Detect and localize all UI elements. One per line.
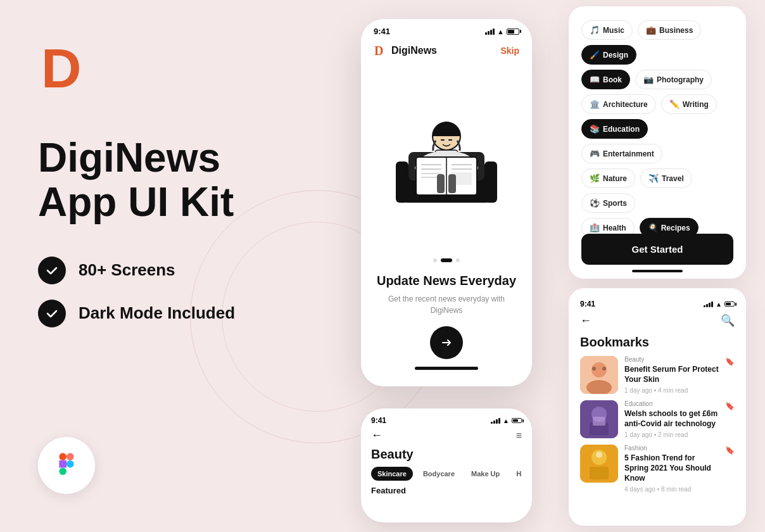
- onboarding-title: Update News Everyday: [376, 274, 517, 288]
- cat-health-label: Health: [603, 224, 626, 232]
- check-icon-darkmode: [38, 300, 66, 327]
- battery-icon: [507, 28, 519, 35]
- bm-cat-fashion: Fashion: [624, 445, 719, 452]
- bm-article-fashion: Fashion 5 Fashion Trend for Spring 2021 …: [580, 445, 735, 493]
- signal-icon-2: [491, 418, 500, 424]
- svg-rect-25: [448, 174, 456, 193]
- cat-entertainment-label: Entertainment: [603, 149, 654, 158]
- cat-sports[interactable]: ⚽ Sports: [581, 193, 635, 213]
- categories-grid: 🎵 Music 💼 Business 🖌️ Design 📖 Book 📷 Ph…: [581, 20, 733, 262]
- tab-haircare[interactable]: Hair Ca: [510, 467, 522, 481]
- bookmark-icon-education[interactable]: 🔖: [725, 402, 735, 410]
- bm-search-button[interactable]: 🔍: [721, 314, 735, 327]
- bm-title-fashion: 5 Fashion Trend for Spring 2021 You Shou…: [624, 453, 719, 483]
- cat-row-1: 🎵 Music 💼 Business 🖌️ Design: [581, 20, 733, 65]
- bm-meta-education: 1 day ago • 2 min read: [624, 431, 719, 438]
- bm-img-beauty: [580, 356, 618, 394]
- cat-nature[interactable]: 🌿 Nature: [581, 168, 635, 188]
- cat-business[interactable]: 💼 Business: [638, 20, 701, 40]
- battery-icon-bm: [724, 301, 735, 307]
- bookmark-icon-fashion[interactable]: 🔖: [725, 446, 735, 455]
- bm-nav: ← 🔍: [580, 314, 735, 327]
- svg-text:D: D: [41, 38, 82, 95]
- cat-row-4: 📚 Education 🎮 Entertainment: [581, 119, 733, 163]
- wifi-icon-bm: ▲: [716, 301, 722, 308]
- cat-writing[interactable]: ✏️ Writing: [661, 94, 717, 114]
- cat-row-2: 📖 Book 📷 Photography: [581, 70, 733, 89]
- svg-point-5: [66, 460, 74, 468]
- music-emoji: 🎵: [590, 25, 600, 35]
- svg-point-30: [602, 367, 606, 370]
- cat-book[interactable]: 📖 Book: [581, 70, 630, 89]
- wifi-icon: ▲: [497, 28, 504, 35]
- bookmarks-panel: 9:41 ▲ ← 🔍 Bookmarks: [569, 288, 746, 526]
- app-logo: D DigiNews: [374, 44, 437, 58]
- phone-onboarding: 9:41 ▲ D DigiNews Skip: [361, 19, 532, 386]
- status-bar-2: 9:41 ▲: [371, 416, 522, 429]
- bm-info-beauty: Beauty Benefit Serum For Protect Your Sk…: [624, 356, 719, 394]
- cat-entertainment[interactable]: 🎮 Entertainment: [581, 144, 662, 163]
- left-section: D DigiNews App UI Kit 80+ Screens Dark M…: [38, 38, 329, 343]
- wifi-icon-2: ▲: [503, 417, 509, 424]
- bm-cat-education: Education: [624, 400, 719, 407]
- next-button[interactable]: [430, 326, 463, 359]
- svg-point-38: [596, 452, 602, 458]
- cat-music-label: Music: [603, 26, 624, 35]
- signal-icon-bm: [704, 301, 713, 307]
- bm-title-education: Welsh schools to get £6m anti-Covid air …: [624, 409, 719, 429]
- cat-design-label: Design: [603, 51, 628, 60]
- svg-rect-3: [59, 460, 66, 468]
- bm-img-education: [580, 400, 618, 438]
- feature-screens: 80+ Screens: [38, 256, 329, 284]
- cat-architecture[interactable]: 🏛️ Architecture: [581, 94, 656, 114]
- bm-article-education: Education Welsh schools to get £6m anti-…: [580, 400, 735, 438]
- cat-row-5: 🌿 Nature ✈️ Travel ⚽ Sports: [581, 168, 733, 213]
- bm-back-button[interactable]: ←: [580, 314, 591, 327]
- tab-skincare[interactable]: Skincare: [371, 467, 413, 481]
- cat-writing-label: Writing: [683, 100, 709, 109]
- darkmode-label: Dark Mode Included: [79, 303, 235, 323]
- onboarding-content: Update News Everyday Get the recent news…: [361, 267, 532, 386]
- cat-design[interactable]: 🖌️ Design: [581, 45, 636, 65]
- status-icons-2: ▲: [491, 417, 522, 424]
- svg-rect-34: [593, 417, 605, 426]
- get-started-button[interactable]: Get Started: [581, 234, 733, 265]
- tab-makeup[interactable]: Make Up: [465, 467, 506, 481]
- health-emoji: 🏥: [590, 223, 600, 232]
- svg-rect-24: [437, 174, 445, 193]
- dot-1: [433, 258, 437, 262]
- cat-recipes-label: Recipes: [661, 224, 690, 232]
- svg-rect-13: [448, 139, 452, 141]
- filter-icon[interactable]: ≡: [516, 430, 522, 441]
- cat-photography-label: Photography: [657, 75, 704, 84]
- battery-icon-2: [512, 418, 522, 423]
- status-icons-1: ▲: [485, 28, 519, 35]
- phone-nav-1: D DigiNews Skip: [361, 40, 532, 63]
- bm-statusbar: 9:41 ▲: [580, 300, 735, 308]
- cat-education[interactable]: 📚 Education: [581, 119, 648, 139]
- dot-3: [456, 258, 460, 262]
- skip-button[interactable]: Skip: [500, 46, 519, 56]
- svg-rect-9: [484, 162, 497, 203]
- cat-education-label: Education: [603, 125, 640, 134]
- onboarding-illustration: [361, 63, 532, 253]
- cat-nature-label: Nature: [603, 174, 627, 183]
- cat-business-label: Business: [659, 26, 693, 35]
- cat-travel[interactable]: ✈️ Travel: [640, 168, 692, 188]
- photography-emoji: 📷: [643, 75, 654, 84]
- svg-rect-8: [396, 162, 408, 203]
- travel-emoji: ✈️: [648, 174, 659, 183]
- screens-label: 80+ Screens: [79, 260, 175, 280]
- cat-music[interactable]: 🎵 Music: [581, 20, 633, 40]
- recipes-emoji: 🍳: [648, 223, 658, 232]
- cat-row-3: 🏛️ Architecture ✏️ Writing: [581, 94, 733, 114]
- back-button-2[interactable]: ←: [371, 429, 382, 442]
- cat-photography[interactable]: 📷 Photography: [635, 70, 712, 89]
- beauty-title: Beauty: [371, 447, 522, 462]
- bookmark-icon-beauty[interactable]: 🔖: [725, 357, 735, 366]
- time-1: 9:41: [374, 27, 390, 36]
- tab-bodycare[interactable]: Bodycare: [417, 467, 461, 481]
- bm-info-education: Education Welsh schools to get £6m anti-…: [624, 400, 719, 438]
- cat-book-label: Book: [603, 75, 622, 84]
- cat-sports-label: Sports: [603, 199, 627, 208]
